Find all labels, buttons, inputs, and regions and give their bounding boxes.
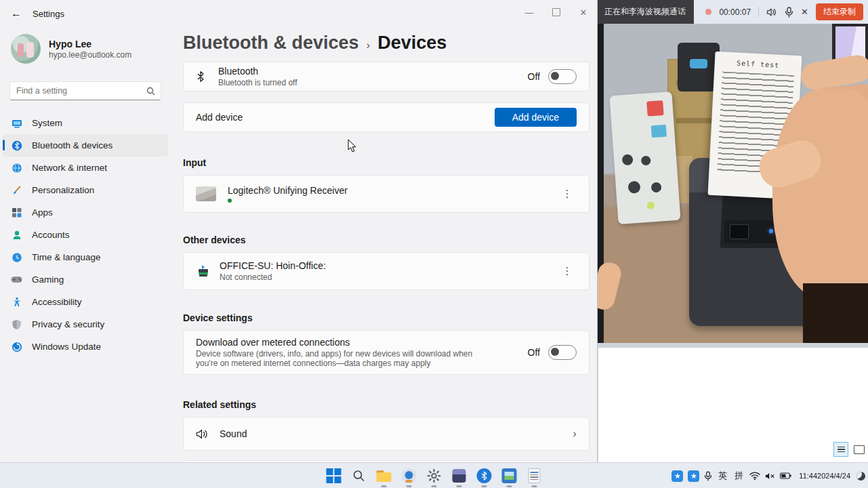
language-indicator[interactable]: 英: [717, 463, 728, 488]
gamepad-icon: [11, 274, 22, 285]
wifi-button[interactable]: [749, 463, 760, 488]
shield-icon: [11, 319, 22, 330]
sidebar-item-accessibility[interactable]: Accessibility: [3, 291, 168, 313]
usb-receiver-image: [196, 186, 216, 201]
bluetooth-icon: [196, 70, 205, 83]
sidebar-item-label: Time & language: [32, 252, 101, 262]
printer-device-icon: [196, 264, 211, 279]
receipt-title: Self test: [715, 58, 802, 70]
sidebar-item-gaming[interactable]: Gaming: [3, 268, 168, 291]
bluetooth-app-button[interactable]: [472, 463, 497, 488]
sidebar-item-bluetooth-devices[interactable]: Bluetooth & devices: [3, 134, 168, 157]
tray-microphone-button[interactable]: [704, 463, 712, 488]
accessibility-person-icon: [11, 296, 22, 308]
sidebar-item-label: Personalization: [32, 185, 94, 195]
user-profile[interactable]: Hypo Lee hypo.lee@outlook.com: [11, 34, 175, 64]
user-email: hypo.lee@outlook.com: [49, 50, 131, 60]
taskbar: ★ ★ 英 拼 11:44 2024/4/24: [0, 462, 868, 488]
window-controls: — ✕: [516, 0, 597, 27]
mouse-cursor: [348, 139, 357, 153]
hand: [772, 89, 868, 299]
page-title: Devices: [377, 33, 447, 54]
connected-status-dot: [228, 199, 232, 203]
close-icon[interactable]: ✕: [801, 7, 808, 17]
sidebar-nav: System Bluetooth & devices Network & int…: [3, 112, 168, 358]
end-recording-button[interactable]: 结束录制: [816, 3, 863, 20]
tray-app-button[interactable]: ★: [671, 463, 683, 488]
settings-titlebar: ← Settings — ✕: [0, 0, 597, 27]
sidebar-item-label: Gaming: [32, 274, 64, 285]
device-settings-header: Device settings: [183, 312, 597, 323]
sidebar-item-network[interactable]: Network & internet: [3, 157, 168, 179]
sidebar-item-windows-update[interactable]: Windows Update: [3, 336, 168, 358]
sidebar-item-time-language[interactable]: Time & language: [3, 246, 168, 268]
picture-in-picture: [803, 283, 868, 347]
breadcrumb: Bluetooth & devices › Devices: [183, 33, 597, 54]
taskbar-search-button[interactable]: [346, 463, 371, 488]
sidebar-item-personalization[interactable]: Personalization: [3, 179, 168, 201]
moon-icon: [856, 472, 865, 481]
file-explorer-button[interactable]: [371, 463, 396, 488]
microphone-icon[interactable]: [785, 7, 793, 18]
globe-icon: [11, 162, 22, 174]
star-app-icon: ★: [671, 470, 683, 482]
tray-app-button[interactable]: ★: [688, 463, 699, 488]
sidebar-item-accounts[interactable]: Accounts: [3, 224, 168, 246]
sidebar-item-label: Bluetooth & devices: [32, 140, 112, 150]
back-button[interactable]: ←: [5, 4, 27, 23]
call-controls: 00:00:07 ✕ 结束录制: [705, 3, 868, 20]
metered-toggle[interactable]: [548, 345, 577, 360]
folder-icon: [377, 470, 392, 482]
system-icon: [11, 117, 22, 129]
other-device-menu-button[interactable]: ⋮: [558, 265, 577, 277]
camera-app-button[interactable]: [396, 463, 421, 488]
input-device-menu-button[interactable]: ⋮: [558, 188, 577, 200]
microphone-icon: [704, 471, 712, 481]
clock[interactable]: 11:44 2024/4/24: [796, 463, 850, 488]
document-app-button[interactable]: [522, 463, 547, 488]
sidebar-item-privacy[interactable]: Privacy & security: [3, 313, 168, 336]
breadcrumb-parent[interactable]: Bluetooth & devices: [183, 33, 359, 54]
tray-date: 2024/4/24: [817, 472, 850, 481]
sidebar-item-system[interactable]: System: [3, 112, 168, 134]
volume-muted-button[interactable]: [765, 463, 775, 488]
list-view-button[interactable]: [833, 442, 848, 457]
settings-window: ← Settings — ✕ Hypo Lee hypo.lee@outlook…: [0, 0, 597, 462]
system-tray: ★ ★ 英 拼 11:44 2024/4/24: [671, 463, 865, 488]
add-device-button[interactable]: Add device: [495, 108, 577, 127]
search-icon: [146, 87, 155, 96]
input-device-name: Logitech® Unifying Receiver: [228, 185, 348, 196]
person-icon: [11, 229, 22, 241]
sidebar-item-label: Windows Update: [32, 342, 101, 352]
device-app-button[interactable]: [447, 463, 472, 488]
ime-indicator[interactable]: 拼: [733, 463, 745, 488]
bluetooth-card: Bluetooth Bluetooth is turned off Off: [183, 62, 590, 92]
search-input[interactable]: [10, 85, 146, 96]
start-button[interactable]: [321, 463, 346, 488]
input-section-header: Input: [183, 157, 597, 168]
sound-card[interactable]: Sound ›: [183, 417, 590, 451]
other-devices-header: Other devices: [183, 235, 597, 245]
maximize-button[interactable]: [543, 0, 570, 24]
metered-card: Download over metered connections Device…: [183, 330, 590, 375]
bluetooth-toggle[interactable]: [548, 69, 577, 84]
update-icon: [11, 341, 22, 352]
user-name: Hypo Lee: [49, 39, 131, 50]
speaker-icon[interactable]: [766, 7, 777, 17]
bluetooth-subtitle: Bluetooth is turned off: [218, 78, 297, 87]
minimize-button[interactable]: —: [516, 0, 543, 24]
other-device-name: OFFICE-SU: Hoin-Office:: [220, 260, 326, 271]
media-app-button[interactable]: [497, 463, 522, 488]
sidebar-item-apps[interactable]: Apps: [3, 201, 168, 224]
search-box[interactable]: [9, 81, 161, 100]
list-icon: [838, 447, 845, 453]
search-icon: [353, 470, 365, 482]
other-device-card: OFFICE-SU: Hoin-Office: Not connected ⋮: [183, 252, 590, 290]
divider: [758, 7, 759, 17]
gear-icon: [428, 469, 441, 483]
close-button[interactable]: ✕: [570, 0, 597, 24]
settings-app-button[interactable]: [421, 463, 447, 488]
window-view-button[interactable]: [854, 445, 865, 454]
battery-button[interactable]: [780, 463, 791, 488]
notification-center-button[interactable]: [855, 463, 865, 488]
